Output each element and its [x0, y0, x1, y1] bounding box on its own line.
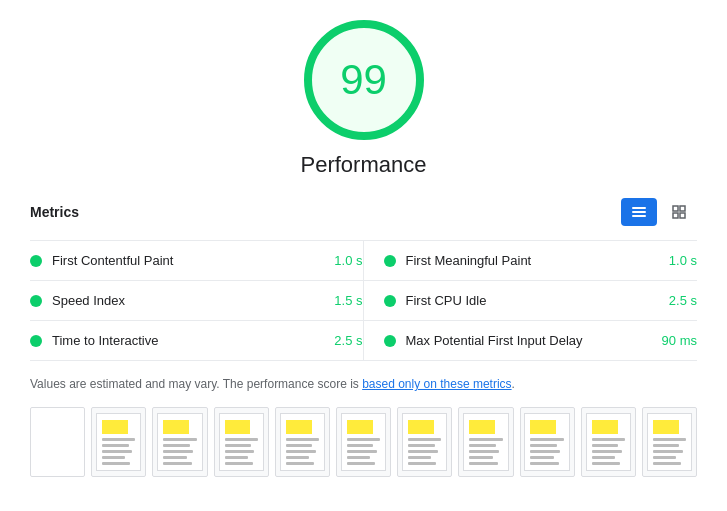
metric-name: Speed Index [52, 293, 326, 308]
filmstrip-frame-11 [642, 407, 697, 477]
metric-dot [30, 255, 42, 267]
filmstrip-frame-10 [581, 407, 636, 477]
filmstrip-frame-8 [458, 407, 513, 477]
metric-dot [30, 295, 42, 307]
svg-rect-4 [680, 206, 685, 211]
svg-rect-6 [680, 213, 685, 218]
svg-rect-3 [673, 206, 678, 211]
metric-speed-index: Speed Index 1.5 s [30, 281, 363, 321]
metric-first-cpu-idle: First CPU Idle 2.5 s [364, 281, 698, 321]
disclaimer-text-after: . [512, 377, 515, 391]
disclaimer-link[interactable]: based only on these metrics [362, 377, 511, 391]
metric-name: Max Potential First Input Delay [406, 333, 654, 348]
metric-dot [384, 335, 396, 347]
list-view-button[interactable] [621, 198, 657, 226]
score-label: Performance [301, 152, 427, 178]
svg-rect-5 [673, 213, 678, 218]
metric-value: 2.5 s [334, 333, 362, 348]
filmstrip-frame-2 [91, 407, 146, 477]
main-container: 99 Performance Metrics [0, 0, 727, 497]
metric-max-potential-fid: Max Potential First Input Delay 90 ms [364, 321, 698, 361]
metric-name: First Contentful Paint [52, 253, 326, 268]
filmstrip-frame-7 [397, 407, 452, 477]
metric-name: First CPU Idle [406, 293, 661, 308]
metrics-right-column: First Meaningful Paint 1.0 s First CPU I… [364, 241, 698, 361]
filmstrip [30, 407, 697, 477]
metric-dot [384, 255, 396, 267]
score-circle: 99 [304, 20, 424, 140]
filmstrip-frame-1 [30, 407, 85, 477]
metric-value: 1.0 s [669, 253, 697, 268]
metric-value: 1.0 s [334, 253, 362, 268]
metric-dot [384, 295, 396, 307]
metrics-left-column: First Contentful Paint 1.0 s Speed Index… [30, 241, 364, 361]
score-value: 99 [340, 56, 387, 104]
metric-name: Time to Interactive [52, 333, 326, 348]
filmstrip-frame-3 [152, 407, 207, 477]
filmstrip-frame-5 [275, 407, 330, 477]
metric-value: 2.5 s [669, 293, 697, 308]
metric-name: First Meaningful Paint [406, 253, 661, 268]
metrics-grid: First Contentful Paint 1.0 s Speed Index… [30, 240, 697, 361]
filmstrip-frame-6 [336, 407, 391, 477]
metric-value: 1.5 s [334, 293, 362, 308]
grid-view-button[interactable] [661, 198, 697, 226]
disclaimer-text-before: Values are estimated and may vary. The p… [30, 377, 362, 391]
metric-first-contentful-paint: First Contentful Paint 1.0 s [30, 241, 363, 281]
metric-value: 90 ms [662, 333, 697, 348]
view-toggle [621, 198, 697, 226]
metric-first-meaningful-paint: First Meaningful Paint 1.0 s [364, 241, 698, 281]
metrics-header: Metrics [30, 198, 697, 226]
filmstrip-frame-9 [520, 407, 575, 477]
metric-time-to-interactive: Time to Interactive 2.5 s [30, 321, 363, 361]
filmstrip-frame-4 [214, 407, 269, 477]
metrics-title: Metrics [30, 204, 79, 220]
disclaimer: Values are estimated and may vary. The p… [30, 375, 697, 393]
score-section: 99 Performance [30, 20, 697, 178]
metric-dot [30, 335, 42, 347]
